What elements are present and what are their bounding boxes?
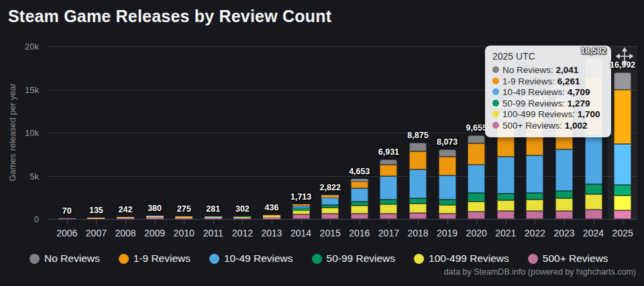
- bar-segment-10-49-reviews[interactable]: [439, 175, 456, 200]
- bar-segment-1-9-reviews[interactable]: [409, 151, 427, 169]
- bar-segment-50-99-reviews[interactable]: [497, 194, 515, 200]
- x-axis-tick: [418, 220, 419, 224]
- bar-segment-500-reviews[interactable]: [205, 218, 222, 219]
- bar-segment-500-reviews[interactable]: [233, 218, 251, 219]
- bar-segment-100-499-reviews[interactable]: [321, 208, 339, 214]
- x-axis-tick: [476, 220, 477, 224]
- bar-segment-1-9-reviews[interactable]: [380, 165, 397, 176]
- bar-segment-100-499-reviews[interactable]: [585, 194, 602, 210]
- bar-segment-100-499-reviews[interactable]: [409, 204, 427, 213]
- stacked-bar-2007[interactable]: [87, 218, 105, 219]
- bar-segment-no-reviews[interactable]: [468, 135, 485, 143]
- tooltip-series-name: 500+ Reviews: [502, 121, 559, 131]
- bar-segment-50-99-reviews[interactable]: [614, 185, 631, 196]
- bar-segment-500-reviews[interactable]: [263, 217, 280, 219]
- stacked-bar-2013[interactable]: [263, 215, 280, 219]
- stacked-bar-2015[interactable]: [321, 195, 339, 219]
- bar-segment-100-499-reviews[interactable]: [380, 204, 397, 214]
- tooltip-row: 1-9 Reviews: 6,261: [492, 76, 604, 88]
- bar-segment-10-49-reviews[interactable]: [380, 176, 397, 200]
- bar-segment-10-49-reviews[interactable]: [351, 188, 368, 202]
- bar-segment-50-99-reviews[interactable]: [439, 200, 456, 204]
- bar-segment-500-reviews[interactable]: [351, 214, 368, 219]
- bar-segment-500-reviews[interactable]: [614, 210, 631, 219]
- bar-segment-500-reviews[interactable]: [117, 218, 134, 219]
- bar-segment-500-reviews[interactable]: [292, 214, 310, 219]
- bar-segment-500-reviews[interactable]: [58, 218, 76, 219]
- stacked-bar-2010[interactable]: [175, 216, 193, 219]
- stacked-bar-2020[interactable]: [468, 135, 485, 219]
- bar-segment-50-99-reviews[interactable]: [380, 200, 397, 204]
- bar-segment-10-49-reviews[interactable]: [497, 157, 515, 194]
- bar-segment-50-99-reviews[interactable]: [468, 193, 485, 201]
- bar-segment-100-499-reviews[interactable]: [555, 198, 573, 210]
- bar-segment-500-reviews[interactable]: [585, 210, 602, 219]
- bar-segment-100-499-reviews[interactable]: [614, 196, 631, 210]
- legend-item-1-9-reviews[interactable]: 1-9 Reviews: [119, 253, 191, 265]
- bar-segment-100-499-reviews[interactable]: [497, 200, 515, 211]
- legend-label: 10-49 Reviews: [224, 253, 293, 265]
- stacked-bar-2018[interactable]: [409, 143, 427, 219]
- bar-segment-500-reviews[interactable]: [321, 214, 339, 219]
- bar-segment-500-reviews[interactable]: [380, 214, 397, 219]
- bar-segment-500-reviews[interactable]: [526, 211, 543, 219]
- legend-dot: [209, 254, 219, 264]
- bar-segment-50-99-reviews[interactable]: [555, 191, 573, 198]
- stacked-bar-2016[interactable]: [351, 179, 368, 219]
- bar-segment-500-reviews[interactable]: [439, 214, 456, 219]
- bar-segment-10-49-reviews[interactable]: [526, 155, 543, 193]
- bar-segment-100-499-reviews[interactable]: [526, 200, 543, 211]
- bar-segment-10-49-reviews[interactable]: [468, 165, 485, 193]
- tooltip-row: 500+ Reviews: 1,002: [492, 121, 604, 132]
- bar-segment-1-9-reviews[interactable]: [439, 157, 456, 175]
- tooltip-series-value: 4,709: [568, 87, 590, 97]
- tooltip: 2025 UTC No Reviews: 2,0411-9 Reviews: 6…: [485, 46, 611, 137]
- stacked-bar-2006[interactable]: [58, 218, 76, 219]
- legend-item-100-499-reviews[interactable]: 100-499 Reviews: [414, 253, 509, 265]
- bar-segment-500-reviews[interactable]: [146, 217, 164, 219]
- stacked-bar-2011[interactable]: [205, 216, 222, 219]
- bar-segment-500-reviews[interactable]: [555, 211, 573, 219]
- credits-text[interactable]: data by SteamDB.info (powered by highcha…: [444, 267, 636, 277]
- stacked-bar-2025[interactable]: [614, 72, 631, 219]
- bar-segment-1-9-reviews[interactable]: [468, 143, 485, 165]
- stacked-bar-2009[interactable]: [146, 216, 164, 219]
- bar-segment-500-reviews[interactable]: [175, 218, 193, 219]
- bar-segment-50-99-reviews[interactable]: [409, 198, 427, 204]
- bar-segment-10-49-reviews[interactable]: [614, 144, 631, 185]
- bar-segment-10-49-reviews[interactable]: [409, 169, 427, 198]
- bar-segment-1-9-reviews[interactable]: [614, 90, 631, 144]
- bar-segment-100-499-reviews[interactable]: [468, 202, 485, 212]
- bar-segment-no-reviews[interactable]: [380, 159, 397, 165]
- tooltip-series-value: 2,041: [556, 65, 579, 75]
- bar-segment-500-reviews[interactable]: [468, 212, 485, 219]
- bar-segment-1-9-reviews[interactable]: [351, 182, 368, 188]
- bar-segment-no-reviews[interactable]: [439, 149, 456, 157]
- bar-segment-500-reviews[interactable]: [497, 211, 515, 219]
- legend-item-10-49-reviews[interactable]: 10-49 Reviews: [209, 253, 293, 265]
- legend-item-500-reviews[interactable]: 500+ Reviews: [528, 253, 608, 265]
- stacked-bar-2019[interactable]: [439, 149, 456, 219]
- bar-segment-500-reviews[interactable]: [409, 213, 427, 219]
- bar-segment-50-99-reviews[interactable]: [585, 184, 602, 194]
- bar-segment-10-49-reviews[interactable]: [555, 149, 573, 191]
- bar-segment-10-49-reviews[interactable]: [585, 135, 602, 185]
- bar-segment-no-reviews[interactable]: [614, 72, 631, 90]
- legend-item-no-reviews[interactable]: No Reviews: [30, 253, 100, 265]
- stacked-bar-2014[interactable]: [292, 204, 310, 219]
- stacked-bar-2012[interactable]: [233, 216, 251, 219]
- bar-segment-100-499-reviews[interactable]: [439, 205, 456, 214]
- stacked-bar-2017[interactable]: [380, 159, 397, 219]
- legend-label: 100-499 Reviews: [429, 253, 509, 265]
- bar-segment-500-reviews[interactable]: [87, 218, 105, 219]
- credits[interactable]: data by SteamDB.info (powered by highcha…: [444, 267, 636, 277]
- bar-segment-100-499-reviews[interactable]: [351, 206, 368, 214]
- bar-total-label: 70: [62, 206, 72, 216]
- legend-item-50-99-reviews[interactable]: 50-99 Reviews: [312, 253, 396, 265]
- bar-segment-no-reviews[interactable]: [409, 143, 427, 151]
- stacked-bar-2008[interactable]: [117, 217, 134, 219]
- bar-segment-10-49-reviews[interactable]: [321, 198, 339, 205]
- x-category-label: 2011: [203, 228, 223, 238]
- bar-segment-50-99-reviews[interactable]: [526, 193, 543, 200]
- y-tick-label: 15k: [0, 84, 39, 94]
